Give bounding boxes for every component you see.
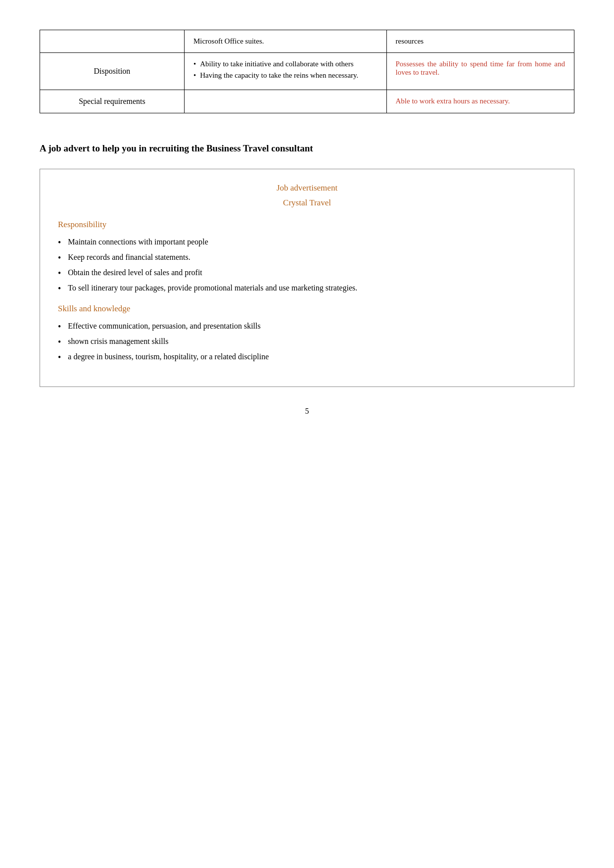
list-item: Maintain connections with important peop… bbox=[58, 238, 556, 248]
cell-middle-msoffice: Microsoft Office suites. bbox=[184, 30, 386, 53]
cell-middle-special bbox=[184, 90, 386, 113]
company-name: Crystal Travel bbox=[58, 198, 556, 208]
cell-label-disposition: Disposition bbox=[40, 53, 185, 90]
list-item: Ability to take initiative and collabora… bbox=[193, 60, 378, 68]
list-item: Having the capacity to take the reins wh… bbox=[193, 71, 378, 80]
cell-label-special: Special requirements bbox=[40, 90, 185, 113]
bullet-text-1: Ability to take initiative and collabora… bbox=[200, 60, 353, 68]
list-item: To sell itinerary tour packages, provide… bbox=[58, 284, 556, 294]
special-red-text: Able to work extra hours as necessary. bbox=[396, 97, 510, 105]
page-number: 5 bbox=[40, 407, 574, 416]
skill-item-2: shown crisis management skills bbox=[68, 337, 168, 346]
resp-item-3: Obtain the desired level of sales and pr… bbox=[68, 268, 202, 277]
resources-text: resources bbox=[396, 37, 424, 45]
resp-item-2: Keep records and financial statements. bbox=[68, 253, 190, 262]
disposition-label: Disposition bbox=[94, 67, 131, 75]
table-row-special: Special requirements Able to work extra … bbox=[40, 90, 574, 113]
skills-list: Effective communication, persuasion, and… bbox=[58, 322, 556, 363]
table-row-disposition: Disposition Ability to take initiative a… bbox=[40, 53, 574, 90]
skills-heading: Skills and knowledge bbox=[58, 304, 556, 314]
table-row-msoffice: Microsoft Office suites. resources bbox=[40, 30, 574, 53]
resp-item-1: Maintain connections with important peop… bbox=[68, 238, 208, 246]
skill-item-1: Effective communication, persuasion, and… bbox=[68, 322, 260, 331]
msoffice-text: Microsoft Office suites. bbox=[193, 37, 264, 45]
disposition-red-text: Possesses the ability to spend time far … bbox=[396, 60, 565, 76]
cell-right-resources: resources bbox=[386, 30, 574, 53]
cell-middle-disposition: Ability to take initiative and collabora… bbox=[184, 53, 386, 90]
responsibility-heading: Responsibility bbox=[58, 220, 556, 230]
skill-item-3: a degree in business, tourism, hospitali… bbox=[68, 352, 269, 361]
list-item: Keep records and financial statements. bbox=[58, 253, 556, 263]
section-heading: A job advert to help you in recruiting t… bbox=[40, 143, 574, 154]
resp-item-4: To sell itinerary tour packages, provide… bbox=[68, 284, 357, 292]
bullet-text-2: Having the capacity to take the reins wh… bbox=[200, 71, 358, 80]
job-advert-box: Job advertisement Crystal Travel Respons… bbox=[40, 169, 574, 387]
job-advert-title: Job advertisement bbox=[58, 183, 556, 193]
special-label: Special requirements bbox=[79, 97, 145, 105]
disposition-bullets: Ability to take initiative and collabora… bbox=[193, 60, 378, 80]
cell-label-empty bbox=[40, 30, 185, 53]
list-item: shown crisis management skills bbox=[58, 337, 556, 347]
cell-right-disposition: Possesses the ability to spend time far … bbox=[386, 53, 574, 90]
list-item: Effective communication, persuasion, and… bbox=[58, 322, 556, 332]
list-item: a degree in business, tourism, hospitali… bbox=[58, 352, 556, 363]
list-item: Obtain the desired level of sales and pr… bbox=[58, 268, 556, 279]
responsibility-list: Maintain connections with important peop… bbox=[58, 238, 556, 294]
top-table: Microsoft Office suites. resources Dispo… bbox=[40, 30, 574, 113]
cell-right-special: Able to work extra hours as necessary. bbox=[386, 90, 574, 113]
